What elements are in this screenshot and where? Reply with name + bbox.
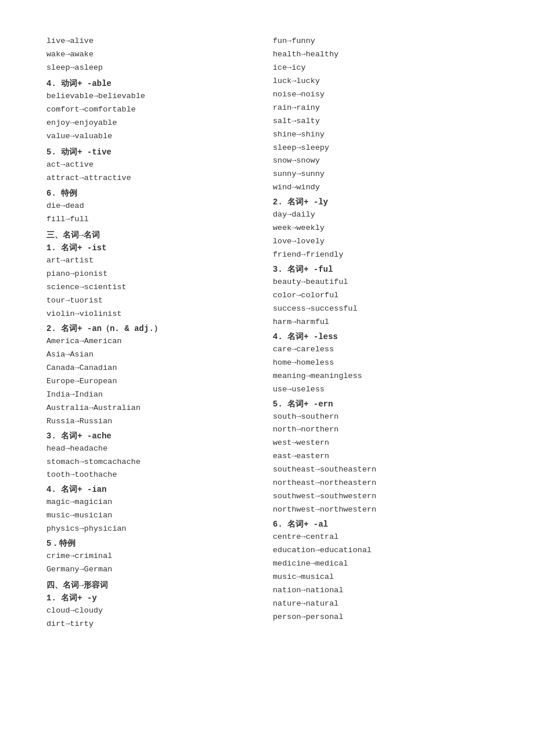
word-entry: wake→awake: [46, 48, 261, 62]
word-entry: physics→physician: [46, 523, 261, 536]
sub-header: 3. 名词+ -ful: [273, 264, 488, 275]
word-entry: believable→believable: [46, 90, 261, 103]
word-entry: America→American: [46, 335, 261, 348]
word-entry: attract→attractive: [46, 172, 261, 185]
word-entry: meaning→meaningless: [273, 370, 488, 383]
word-entry: rain→rainy: [273, 102, 488, 115]
word-entry: sunny→sunny: [273, 168, 488, 181]
right-column: fun→funnyhealth→healthyice→icyluck→lucky…: [273, 35, 488, 631]
word-entry: northeast→northeastern: [273, 477, 488, 490]
word-entry: week→weekly: [273, 222, 488, 235]
word-entry: act→active: [46, 159, 261, 172]
section-header: 6. 特例: [46, 188, 261, 199]
word-entry: Russia→Russian: [46, 415, 261, 429]
sub-header: 6. 名词+ -al: [273, 519, 488, 530]
word-entry: sleep→asleep: [46, 62, 261, 75]
word-entry: India→Indian: [46, 388, 261, 402]
word-entry: education→educational: [273, 544, 488, 557]
word-entry: head→headache: [46, 442, 261, 456]
sub-header: 1. 名词+ -ist: [46, 243, 261, 253]
word-entry: northwest→northwestern: [273, 503, 488, 517]
word-entry: care→careless: [273, 343, 488, 357]
word-entry: person→personal: [273, 611, 488, 624]
word-entry: ice→icy: [273, 62, 488, 75]
word-entry: salt→salty: [273, 115, 488, 128]
word-entry: nation→national: [273, 584, 488, 597]
word-entry: science→scientist: [46, 281, 261, 294]
word-entry: Europe→European: [46, 375, 261, 388]
word-entry: music→musical: [273, 571, 488, 584]
word-entry: north→northern: [273, 423, 488, 437]
word-entry: dirt→tirty: [46, 618, 261, 631]
word-entry: art→artist: [46, 254, 261, 268]
word-entry: success→successful: [273, 303, 488, 316]
sub-header: 4. 名词+ -ian: [46, 484, 261, 495]
word-entry: fill→full: [46, 213, 261, 226]
word-entry: love→lovely: [273, 235, 488, 249]
word-entry: use→useless: [273, 383, 488, 397]
sub-header: 2. 名词+ -an（n. & adj.）: [46, 323, 261, 334]
sub-header: 4. 名词+ -less: [273, 332, 488, 342]
word-entry: cloud→cloudy: [46, 604, 261, 618]
left-column: live→alivewake→awakesleep→asleep4. 动词+ -…: [46, 35, 273, 631]
word-entry: tour→tuorist: [46, 294, 261, 308]
word-entry: noise→noisy: [273, 88, 488, 102]
word-entry: medicine→medical: [273, 557, 488, 571]
section-header: 三、名词→名词: [46, 230, 261, 240]
word-entry: comfort→comfortable: [46, 103, 261, 117]
word-entry: music→musician: [46, 509, 261, 523]
word-entry: violin→violinist: [46, 308, 261, 321]
word-entry: fun→funny: [273, 35, 488, 48]
word-entry: shine→shiny: [273, 128, 488, 142]
word-entry: sleep→sleepy: [273, 142, 488, 155]
word-entry: day→daily: [273, 208, 488, 222]
word-entry: health→healthy: [273, 48, 488, 62]
section-header: 四、名词→形容词: [46, 580, 261, 591]
word-entry: magic→magician: [46, 496, 261, 509]
sub-header: 1. 名词+ -y: [46, 593, 261, 603]
word-entry: color→colorful: [273, 289, 488, 303]
word-entry: friend→friendly: [273, 249, 488, 262]
word-entry: home→homeless: [273, 357, 488, 370]
main-content: live→alivewake→awakesleep→asleep4. 动词+ -…: [46, 35, 488, 631]
word-entry: Asia→Asian: [46, 348, 261, 362]
sub-header: 2. 名词+ -ly: [273, 197, 488, 207]
word-entry: west→western: [273, 437, 488, 450]
word-entry: value→valuable: [46, 130, 261, 143]
word-entry: piano→pionist: [46, 268, 261, 281]
word-entry: enjoy→enjoyable: [46, 117, 261, 130]
word-entry: live→alive: [46, 35, 261, 48]
word-entry: harm→harmful: [273, 316, 488, 329]
word-entry: east→eastern: [273, 450, 488, 463]
word-entry: Canada→Canadian: [46, 362, 261, 375]
word-entry: southwest→southwestern: [273, 490, 488, 503]
word-entry: snow→snowy: [273, 154, 488, 168]
word-entry: beauty→beautiful: [273, 276, 488, 289]
word-entry: centre→central: [273, 531, 488, 544]
word-entry: south→southern: [273, 411, 488, 424]
word-entry: wind→windy: [273, 181, 488, 195]
section-header: 4. 动词+ -able: [46, 78, 261, 89]
word-entry: die→dead: [46, 200, 261, 213]
word-entry: crime→criminal: [46, 550, 261, 563]
word-entry: Germany→German: [46, 563, 261, 577]
word-entry: nature→natural: [273, 597, 488, 611]
sub-header: 5. 名词+ -ern: [273, 399, 488, 409]
word-entry: southeast→southeastern: [273, 463, 488, 477]
word-entry: stomach→stomcachache: [46, 456, 261, 469]
word-entry: tooth→toothache: [46, 469, 261, 482]
section-header: 5. 动词+ -tive: [46, 147, 261, 157]
sub-header: 3. 名词+ -ache: [46, 431, 261, 441]
word-entry: Australia→Australian: [46, 402, 261, 415]
word-entry: luck→lucky: [273, 75, 488, 88]
sub-header: 5．特例: [46, 538, 261, 549]
